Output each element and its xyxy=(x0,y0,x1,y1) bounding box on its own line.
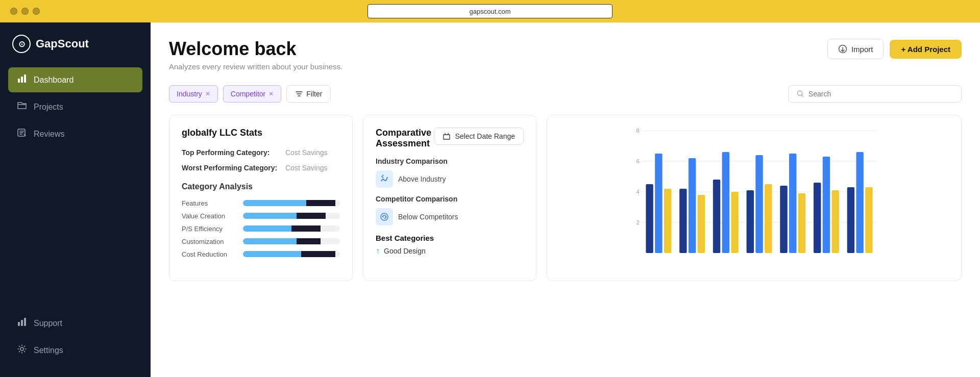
category-row: Customization xyxy=(182,238,340,245)
date-range-label: Select Date Range xyxy=(455,132,515,140)
settings-icon xyxy=(16,344,28,357)
page-title: Welcome back xyxy=(169,39,342,59)
svg-text:4: 4 xyxy=(636,189,639,195)
bar-chart: 2468 xyxy=(555,125,953,268)
svg-rect-22 xyxy=(679,189,687,253)
projects-icon xyxy=(16,100,28,113)
support-icon xyxy=(16,317,28,330)
import-label: Import xyxy=(851,45,873,54)
logo-text: GapScout xyxy=(36,37,89,51)
search-icon xyxy=(797,90,804,98)
import-button[interactable]: Import xyxy=(827,39,884,59)
category-label: Cost Reduction xyxy=(182,250,238,258)
svg-point-10 xyxy=(381,213,388,220)
category-bar-container xyxy=(243,213,340,219)
stats-card: globalfy LLC Stats Top Performing Catego… xyxy=(169,115,353,281)
industry-tag-close[interactable]: ✕ xyxy=(205,90,210,97)
svg-rect-19 xyxy=(646,184,653,253)
svg-rect-32 xyxy=(789,154,796,253)
svg-text:2: 2 xyxy=(636,219,639,225)
sidebar-item-dashboard[interactable]: Dashboard xyxy=(8,67,142,92)
dashboard-icon xyxy=(16,73,28,86)
svg-rect-38 xyxy=(856,152,863,253)
chart-card: 2468 xyxy=(547,115,962,281)
category-row: P/S Efficiency xyxy=(182,225,340,233)
stats-card-title: globalfy LLC Stats xyxy=(182,128,340,138)
sidebar-item-settings[interactable]: Settings xyxy=(8,338,142,363)
category-bar-dark xyxy=(297,238,321,244)
up-arrow-icon: ↑ xyxy=(376,246,380,256)
header-actions: Import + Add Project xyxy=(827,39,962,59)
svg-rect-4 xyxy=(18,322,20,326)
category-analysis-title: Category Analysis xyxy=(182,182,340,191)
app-container: ⊙ GapScout Dashboard Projects Reviews xyxy=(0,22,980,377)
top-performing-row: Top Performing Category: Cost Savings xyxy=(182,148,340,157)
sidebar-item-label-dashboard: Dashboard xyxy=(34,76,74,85)
worst-performing-value: Cost Savings xyxy=(285,164,327,172)
browser-dot-yellow xyxy=(21,8,29,15)
industry-comparison-label: Industry Comparison xyxy=(376,157,524,165)
category-label: Value Creation xyxy=(182,212,238,220)
category-bar-dark xyxy=(291,225,321,232)
browser-chrome: gapscout.com xyxy=(0,0,980,22)
svg-rect-25 xyxy=(713,180,720,253)
svg-rect-35 xyxy=(823,157,830,253)
svg-rect-24 xyxy=(698,195,705,253)
add-project-label: + Add Project xyxy=(901,45,950,54)
logo-icon: ⊙ xyxy=(12,35,31,53)
svg-rect-29 xyxy=(755,155,763,253)
assessment-title: Comparative Assessment xyxy=(376,128,434,149)
page-header: Welcome back Analyzes every review writt… xyxy=(169,39,962,71)
filter-label: Filter xyxy=(306,90,322,98)
svg-rect-5 xyxy=(21,320,23,326)
svg-rect-30 xyxy=(765,184,772,253)
svg-text:8: 8 xyxy=(636,128,639,134)
category-bar-blue xyxy=(243,213,297,219)
best-category-item: ↑ Good Design xyxy=(376,246,524,256)
url-bar[interactable]: gapscout.com xyxy=(368,4,612,18)
svg-rect-21 xyxy=(664,189,671,253)
category-bar-blue xyxy=(243,200,306,206)
sidebar-item-label-support: Support xyxy=(34,319,62,328)
svg-rect-27 xyxy=(731,192,738,253)
search-input[interactable] xyxy=(808,90,953,98)
assessment-header: Comparative Assessment Select Date Range xyxy=(376,128,524,149)
top-performing-label: Top Performing Category: xyxy=(182,148,281,157)
filter-button[interactable]: Filter xyxy=(286,85,331,103)
cards-row: globalfy LLC Stats Top Performing Catego… xyxy=(169,115,962,281)
add-project-button[interactable]: + Add Project xyxy=(890,40,962,59)
browser-dot-red xyxy=(10,8,17,15)
svg-rect-23 xyxy=(689,158,696,253)
industry-tag-label: Industry xyxy=(177,90,202,98)
date-range-icon xyxy=(443,132,451,140)
category-bar-container xyxy=(243,251,340,257)
category-bar-blue xyxy=(243,238,297,244)
svg-rect-26 xyxy=(722,152,729,253)
category-bar-container xyxy=(243,238,340,244)
best-category-name: Good Design xyxy=(384,247,426,255)
import-icon xyxy=(838,44,847,54)
svg-rect-28 xyxy=(747,190,754,253)
industry-filter-tag[interactable]: Industry ✕ xyxy=(169,85,218,103)
svg-rect-37 xyxy=(847,187,854,253)
sidebar-item-support[interactable]: Support xyxy=(8,311,142,336)
competitor-tag-close[interactable]: ✕ xyxy=(268,90,274,97)
svg-rect-1 xyxy=(21,77,23,83)
competitor-filter-tag[interactable]: Competitor ✕ xyxy=(223,85,281,103)
category-bar-blue xyxy=(243,225,291,232)
browser-dots xyxy=(10,8,40,15)
sidebar-item-label-reviews: Reviews xyxy=(34,130,64,139)
sidebar-bottom: Support Settings xyxy=(8,311,142,365)
reviews-icon xyxy=(16,128,28,140)
category-bars: Features Value Creation P/S Efficiency C… xyxy=(182,199,340,258)
date-range-button[interactable]: Select Date Range xyxy=(434,128,524,145)
sidebar-logo: ⊙ GapScout xyxy=(8,35,142,53)
page-subtitle: Analyzes every review written about your… xyxy=(169,62,342,71)
industry-status: Above Industry xyxy=(398,175,446,183)
sidebar-item-projects[interactable]: Projects xyxy=(8,94,142,119)
industry-comparison-item: Above Industry xyxy=(376,170,524,188)
sidebar-item-reviews[interactable]: Reviews xyxy=(8,121,142,146)
category-bar-container xyxy=(243,200,340,206)
main-content: Welcome back Analyzes every review writt… xyxy=(151,22,980,377)
svg-rect-2 xyxy=(24,74,26,83)
